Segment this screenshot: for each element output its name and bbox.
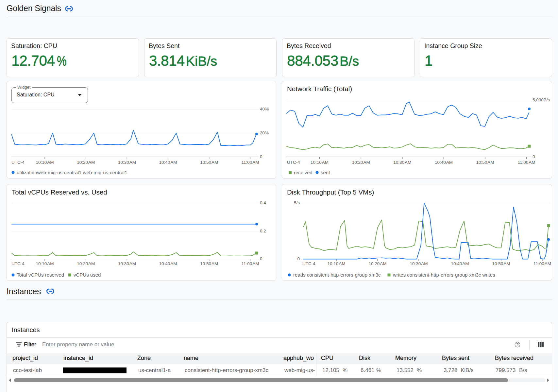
svg-text:UTC-4: UTC-4 bbox=[302, 261, 315, 266]
svg-text:10:20AM: 10:20AM bbox=[77, 160, 95, 165]
svg-text:40%: 40% bbox=[260, 107, 269, 111]
svg-text:10:30AM: 10:30AM bbox=[393, 160, 411, 165]
svg-text:UTC-4: UTC-4 bbox=[11, 261, 25, 266]
svg-text:utilizationweb-mig-us-central1: utilizationweb-mig-us-central1 web-mig-u… bbox=[17, 170, 127, 175]
svg-text:10:50AM: 10:50AM bbox=[476, 160, 494, 165]
svg-text:0: 0 bbox=[260, 256, 262, 261]
svg-text:10:50AM: 10:50AM bbox=[200, 160, 218, 165]
svg-text:10:30AM: 10:30AM bbox=[410, 261, 428, 266]
svg-text:reads consistent-http-errors-g: reads consistent-http-errors-group-xm3c bbox=[293, 272, 381, 278]
svg-text:5/s: 5/s bbox=[294, 200, 300, 205]
svg-text:Total vCPUs reserved: Total vCPUs reserved bbox=[17, 272, 64, 278]
svg-text:0.4: 0.4 bbox=[260, 200, 266, 205]
svg-text:11:00AM: 11:00AM bbox=[533, 261, 551, 266]
svg-text:10:20AM: 10:20AM bbox=[368, 261, 386, 266]
svg-text:sent: sent bbox=[321, 170, 330, 175]
svg-text:0: 0 bbox=[297, 256, 300, 261]
svg-text:UTC-4: UTC-4 bbox=[287, 160, 300, 165]
svg-text:0: 0 bbox=[260, 154, 262, 159]
svg-text:10:20AM: 10:20AM bbox=[77, 261, 95, 266]
svg-text:10:10AM: 10:10AM bbox=[36, 160, 54, 165]
svg-text:UTC-4: UTC-4 bbox=[11, 160, 25, 165]
svg-text:11:00AM: 11:00AM bbox=[241, 160, 259, 165]
svg-text:10:40AM: 10:40AM bbox=[451, 261, 469, 266]
svg-text:10:50AM: 10:50AM bbox=[200, 261, 218, 266]
svg-text:10:50AM: 10:50AM bbox=[492, 261, 510, 266]
svg-text:10:40AM: 10:40AM bbox=[159, 261, 177, 266]
svg-text:10:10AM: 10:10AM bbox=[36, 261, 54, 266]
svg-text:5,000B/s: 5,000B/s bbox=[533, 97, 550, 102]
svg-text:10:10AM: 10:10AM bbox=[311, 160, 329, 165]
svg-text:10:30AM: 10:30AM bbox=[118, 160, 136, 165]
svg-text:0: 0 bbox=[533, 154, 535, 159]
svg-text:10:10AM: 10:10AM bbox=[327, 261, 345, 266]
svg-text:11:00AM: 11:00AM bbox=[241, 261, 259, 266]
svg-text:10:40AM: 10:40AM bbox=[435, 160, 453, 165]
svg-text:writes consistent-http-errors-: writes consistent-http-errors-group-xm3c… bbox=[393, 272, 495, 278]
svg-text:11:00AM: 11:00AM bbox=[518, 160, 535, 165]
svg-text:20%: 20% bbox=[260, 130, 269, 135]
svg-text:10:30AM: 10:30AM bbox=[118, 261, 136, 266]
svg-text:received: received bbox=[294, 170, 313, 175]
svg-text:vCPUs used: vCPUs used bbox=[74, 272, 101, 278]
svg-text:10:20AM: 10:20AM bbox=[352, 160, 370, 165]
svg-text:0.2: 0.2 bbox=[260, 229, 266, 233]
svg-text:10:40AM: 10:40AM bbox=[159, 160, 177, 165]
